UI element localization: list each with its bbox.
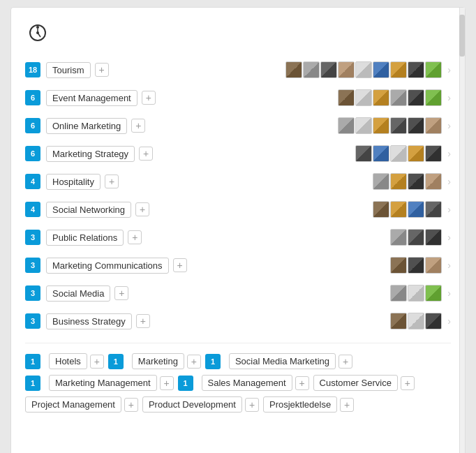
skill-add-button[interactable]: +: [139, 147, 153, 161]
avatar[interactable]: [408, 173, 424, 190]
chevron-right-icon[interactable]: ›: [447, 64, 451, 75]
chevron-right-icon[interactable]: ›: [447, 92, 451, 103]
avatar[interactable]: [390, 257, 407, 274]
card-header: [25, 20, 451, 45]
avatar[interactable]: [390, 201, 407, 218]
avatar[interactable]: [425, 89, 442, 106]
avatar[interactable]: [390, 117, 407, 134]
chevron-right-icon[interactable]: ›: [447, 120, 451, 131]
avatar[interactable]: [373, 201, 389, 218]
skill-add-button[interactable]: +: [135, 202, 149, 216]
also-skill-label: Customer Service: [313, 375, 398, 391]
compass-icon: [25, 20, 50, 45]
avatar[interactable]: [338, 89, 355, 106]
also-count-badge: 1: [25, 376, 40, 391]
skill-name-tag: Online Marketing: [46, 118, 127, 134]
skill-add-button[interactable]: +: [114, 286, 128, 300]
avatar[interactable]: [408, 201, 424, 218]
avatar[interactable]: [408, 145, 424, 162]
avatar[interactable]: [408, 229, 424, 246]
skill-avatars: [389, 229, 442, 246]
avatar[interactable]: [425, 313, 442, 329]
avatar[interactable]: [408, 117, 424, 134]
scrollbar-track[interactable]: [459, 8, 465, 453]
also-add-button[interactable]: +: [90, 355, 104, 369]
skill-count-badge: 3: [25, 285, 40, 301]
also-skill-row: 1Hotels+1Marketing+1Social Media Marketi…: [25, 353, 451, 369]
skill-add-button[interactable]: +: [136, 314, 150, 328]
avatar[interactable]: [303, 61, 320, 78]
chevron-right-icon[interactable]: ›: [447, 288, 451, 299]
avatar[interactable]: [373, 117, 389, 134]
avatar[interactable]: [390, 285, 407, 302]
svg-point-4: [36, 31, 39, 34]
also-add-button[interactable]: +: [401, 376, 415, 390]
also-add-button[interactable]: +: [295, 376, 309, 390]
avatar[interactable]: [425, 145, 442, 162]
skill-add-button[interactable]: +: [105, 174, 119, 188]
also-skill-item: 1Sales Management+: [178, 375, 309, 391]
avatar[interactable]: [425, 257, 442, 274]
avatar[interactable]: [320, 61, 337, 78]
skill-add-button[interactable]: +: [131, 119, 145, 133]
avatar[interactable]: [355, 117, 372, 134]
avatar[interactable]: [373, 61, 389, 78]
avatar[interactable]: [355, 61, 372, 78]
skill-add-button[interactable]: +: [128, 230, 142, 244]
avatar[interactable]: [373, 89, 389, 106]
avatar[interactable]: [408, 61, 424, 78]
skill-name-tag: Public Relations: [46, 230, 124, 246]
scrollbar-thumb[interactable]: [459, 15, 465, 57]
skill-row: 3Social Media+›: [25, 281, 451, 305]
chevron-right-icon[interactable]: ›: [447, 204, 451, 215]
avatar[interactable]: [425, 173, 442, 190]
avatar[interactable]: [390, 313, 407, 329]
avatar[interactable]: [285, 61, 302, 78]
chevron-right-icon[interactable]: ›: [447, 232, 451, 243]
avatar[interactable]: [425, 61, 442, 78]
avatar[interactable]: [425, 117, 442, 134]
chevron-right-icon[interactable]: ›: [447, 315, 451, 327]
avatar[interactable]: [338, 117, 355, 134]
also-add-button[interactable]: +: [340, 398, 354, 412]
avatar[interactable]: [390, 145, 407, 162]
also-add-button[interactable]: +: [160, 376, 174, 390]
avatar[interactable]: [390, 61, 407, 78]
chevron-right-icon[interactable]: ›: [447, 176, 451, 187]
avatar[interactable]: [425, 229, 442, 246]
avatar[interactable]: [408, 285, 424, 302]
skill-count-badge: 4: [25, 202, 40, 217]
also-skill-item: 1Hotels+: [25, 353, 104, 369]
skill-count-badge: 3: [25, 258, 40, 273]
avatar[interactable]: [338, 61, 355, 78]
avatar[interactable]: [355, 145, 372, 162]
also-add-button[interactable]: +: [124, 398, 138, 412]
skill-add-button[interactable]: +: [142, 91, 156, 105]
avatar[interactable]: [408, 89, 424, 106]
avatar[interactable]: [408, 313, 424, 329]
chevron-right-icon[interactable]: ›: [447, 260, 451, 271]
also-add-button[interactable]: +: [187, 355, 201, 369]
also-add-button[interactable]: +: [245, 398, 259, 412]
also-add-button[interactable]: +: [339, 355, 352, 369]
also-skill-row: Project Management+Product Development+P…: [25, 396, 451, 413]
avatar[interactable]: [373, 145, 389, 162]
skill-count-badge: 6: [25, 146, 40, 161]
skill-row: 6Marketing Strategy+›: [25, 142, 451, 165]
chevron-right-icon[interactable]: ›: [447, 148, 451, 159]
avatar[interactable]: [425, 285, 442, 302]
skill-avatars: [355, 145, 442, 162]
avatar[interactable]: [373, 173, 389, 190]
avatar[interactable]: [390, 89, 407, 106]
avatar[interactable]: [408, 257, 424, 274]
skill-add-button[interactable]: +: [95, 63, 109, 77]
avatar[interactable]: [390, 229, 407, 246]
avatar[interactable]: [425, 201, 442, 218]
also-skill-label: Marketing: [132, 353, 184, 369]
skill-add-button[interactable]: +: [173, 258, 187, 272]
skill-name-tag: Social Networking: [46, 202, 131, 218]
avatar[interactable]: [390, 173, 407, 190]
skills-card: 18Tourism+›6Event Management+›6Online Ma…: [10, 7, 466, 453]
avatar[interactable]: [355, 89, 372, 106]
also-skill-label: Sales Management: [202, 375, 292, 391]
